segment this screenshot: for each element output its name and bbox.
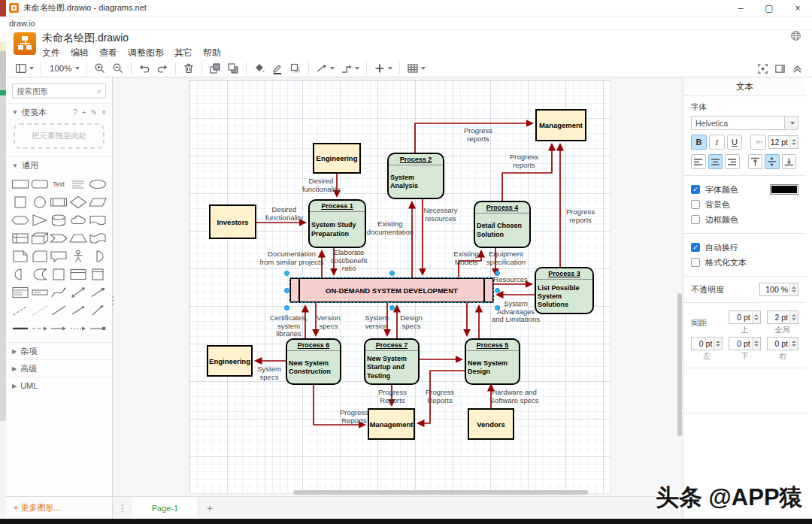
close-icon[interactable]: ×	[102, 108, 106, 117]
shape-data-storage[interactable]	[30, 267, 50, 282]
shape-cloud[interactable]	[68, 213, 88, 228]
shape-card[interactable]	[30, 249, 50, 264]
node-management-top[interactable]: Management	[535, 109, 586, 141]
menu-item-5[interactable]: 帮助	[203, 47, 221, 59]
sidebar-section-UML[interactable]: ▶UML	[6, 377, 112, 394]
align-left-button[interactable]	[691, 154, 706, 169]
shape-cylinder[interactable]	[50, 213, 69, 228]
zoom-out-icon[interactable]	[109, 61, 127, 76]
shape-cube[interactable]	[30, 231, 50, 246]
checkbox-背景色[interactable]	[691, 200, 700, 209]
shape-directional-arrow[interactable]	[68, 303, 88, 318]
bold-button[interactable]: B	[691, 135, 707, 150]
font-size-spin-buttons[interactable]	[789, 136, 798, 148]
shape-directional-arrow-2[interactable]	[88, 303, 108, 318]
node-process-1[interactable]: Process 1System Study Preparation	[308, 199, 366, 248]
spacing-stepper-全局[interactable]: 2 pt	[767, 310, 798, 324]
shape-parallelogram[interactable]	[88, 195, 108, 210]
shape-diamond[interactable]	[68, 195, 88, 210]
menu-item-4[interactable]: 其它	[174, 47, 192, 59]
more-shapes-button[interactable]: + 更多图形...	[14, 502, 61, 513]
app-tab-label[interactable]: draw.io	[9, 19, 35, 28]
shape-search-box[interactable]: ⌕	[12, 83, 106, 98]
insert-button[interactable]	[371, 61, 395, 76]
line-color-icon[interactable]	[268, 61, 286, 76]
diagram-canvas[interactable]: ManagementEngineeringInvestorsEngineerin…	[113, 77, 683, 496]
sidebar-section-杂项[interactable]: ▶杂项	[6, 343, 112, 359]
collapse-toolbar-icon[interactable]	[789, 61, 806, 76]
menu-item-3[interactable]: 调整图形	[128, 47, 164, 59]
italic-button[interactable]: I	[709, 135, 725, 150]
shape-dashed-line[interactable]	[11, 303, 30, 318]
shape-callout[interactable]	[50, 249, 69, 264]
shape-link-dot[interactable]	[88, 321, 108, 336]
document-title[interactable]: 未命名绘图.drawio	[42, 32, 129, 45]
align-center-button[interactable]	[708, 154, 723, 169]
add-icon[interactable]: +	[82, 108, 86, 117]
node-process-6[interactable]: Process 6New System Construction	[286, 338, 341, 385]
delete-icon[interactable]	[180, 61, 198, 76]
search-input[interactable]	[17, 86, 97, 95]
spacing-stepper-下[interactable]: 0 pt	[729, 337, 760, 350]
opacity-spin-buttons[interactable]	[789, 283, 798, 295]
checkbox-边框颜色[interactable]	[691, 215, 700, 224]
font-size-stepper[interactable]: 12 pt	[768, 135, 798, 149]
shape-square-2[interactable]	[50, 267, 69, 282]
spacing-spin-buttons[interactable]	[752, 338, 760, 350]
shape-arrow-link[interactable]	[50, 321, 69, 336]
node-engineering-top[interactable]: Engineering	[313, 143, 361, 174]
shape-arrow[interactable]	[88, 285, 108, 300]
language-globe-icon[interactable]	[790, 30, 801, 41]
node-process-3[interactable]: Process 3List Possible System Solutions	[535, 267, 594, 314]
shape-tape[interactable]	[88, 231, 108, 246]
shape-list-item[interactable]	[30, 285, 50, 300]
spacing-spin-buttons[interactable]	[714, 338, 722, 350]
spacing-stepper-左[interactable]: 0 pt	[691, 337, 723, 350]
shape-note[interactable]	[11, 249, 30, 264]
shadow-icon[interactable]	[286, 61, 304, 76]
spacing-stepper-右[interactable]: 0 pt	[767, 337, 798, 350]
shape-hexagon[interactable]	[11, 213, 30, 228]
node-on-demand-bar[interactable]: ON-DEMAND SYSTEM DEVELOPMENT	[289, 277, 494, 303]
shape-rectangle[interactable]	[11, 177, 30, 192]
connection-style-button[interactable]	[313, 61, 338, 76]
shape-circle[interactable]	[30, 195, 50, 210]
shape-dotted-line[interactable]	[30, 303, 50, 318]
fill-color-icon[interactable]	[250, 61, 268, 76]
node-investors[interactable]: Investors	[209, 204, 256, 239]
node-process-7[interactable]: Process 7New System Startup and Testing	[364, 338, 420, 385]
scratchpad-section-header[interactable]: ▼ 便笺本 ?+✎×	[6, 104, 112, 120]
spacing-spin-buttons[interactable]	[789, 311, 798, 323]
redo-icon[interactable]	[153, 61, 171, 76]
panel-tab-text[interactable]: 文本	[683, 77, 806, 96]
shape-link[interactable]	[11, 321, 30, 336]
shape-and[interactable]	[11, 267, 30, 282]
shape-trapezoid[interactable]	[68, 231, 88, 246]
valign-bottom-button[interactable]	[782, 154, 797, 169]
table-button[interactable]	[404, 61, 429, 76]
font-color-swatch[interactable]	[770, 184, 798, 195]
shape-text[interactable]: Text	[50, 177, 69, 192]
maximize-button[interactable]: ▢	[755, 0, 783, 17]
waypoint-style-button[interactable]	[338, 61, 362, 76]
pages-menu-icon[interactable]: ⋮	[113, 503, 132, 513]
node-process-2[interactable]: Process 2System Analysis	[387, 153, 444, 199]
shape-square[interactable]	[11, 195, 30, 210]
shape-internal-storage[interactable]	[11, 231, 30, 246]
undo-icon[interactable]	[135, 61, 153, 76]
font-family-select[interactable]: Helvetica	[691, 116, 798, 130]
shape-step[interactable]	[50, 231, 69, 246]
spacing-spin-buttons[interactable]	[752, 311, 760, 323]
vertical-scrollbar[interactable]	[677, 293, 682, 436]
vertical-text-button[interactable]: ↑↑↑	[750, 135, 766, 150]
opacity-stepper[interactable]: 100 %	[759, 283, 798, 296]
section-general-header[interactable]: ▼ 通用	[6, 157, 112, 174]
shape-actor[interactable]	[68, 249, 88, 264]
close-button[interactable]: ×	[783, 0, 812, 17]
shape-dashed-link[interactable]	[30, 321, 50, 336]
shape-bidirectional-arrow[interactable]	[68, 285, 88, 300]
help-icon[interactable]: ?	[73, 108, 77, 117]
fullscreen-icon[interactable]	[754, 61, 771, 76]
font-select-caret[interactable]	[784, 117, 798, 129]
zoom-in-icon[interactable]	[91, 61, 109, 76]
